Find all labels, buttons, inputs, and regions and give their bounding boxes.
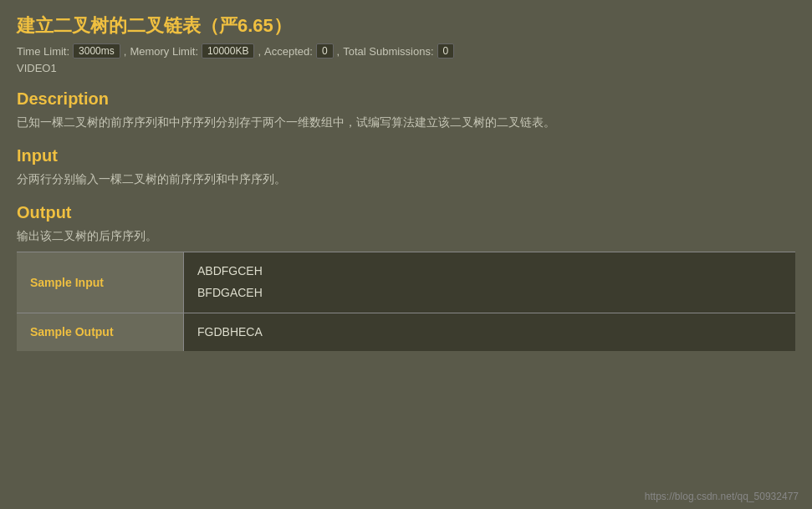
input-text: 分两行分别输入一棵二叉树的前序序列和中序序列。 xyxy=(17,171,795,188)
page-title: 建立二叉树的二叉链表（严6.65） xyxy=(17,13,795,38)
output-text: 输出该二叉树的后序序列。 xyxy=(17,227,795,245)
sample-input-row: Sample Input ABDFGCEH BFDGACEH xyxy=(17,252,795,313)
time-limit-badge: 3000ms xyxy=(73,43,120,59)
accepted-label: Accepted: xyxy=(264,45,313,58)
memory-limit-badge: 10000KB xyxy=(202,43,254,59)
accepted-badge: 0 xyxy=(316,43,334,59)
sample-output-row: Sample Output FGDBHECA xyxy=(17,313,795,352)
sample-input-label: Sample Input xyxy=(17,252,184,313)
meta-separator-3: , xyxy=(337,45,340,58)
sample-output-content: FGDBHECA xyxy=(184,313,795,352)
sample-output-line-1: FGDBHECA xyxy=(197,322,782,344)
memory-limit-label: Memory Limit: xyxy=(130,45,198,58)
time-limit-label: Time Limit: xyxy=(17,45,69,58)
sample-output-label: Sample Output xyxy=(17,313,184,352)
output-title: Output xyxy=(17,203,795,222)
description-text: 已知一棵二叉树的前序序列和中序序列分别存于两个一维数组中，试编写算法建立该二叉树… xyxy=(17,114,795,131)
meta-line: Time Limit: 3000ms , Memory Limit: 10000… xyxy=(17,43,795,59)
sample-input-line-2: BFDGACEH xyxy=(197,282,782,304)
submissions-badge: 0 xyxy=(437,43,455,59)
meta-separator-2: , xyxy=(258,45,261,58)
description-title: Description xyxy=(17,89,795,109)
input-title: Input xyxy=(17,146,795,165)
submissions-label: Total Submissions: xyxy=(343,45,433,58)
sample-input-line-1: ABDFGCEH xyxy=(197,261,782,282)
watermark: https://blog.csdn.net/qq_50932477 xyxy=(645,491,799,502)
sample-input-content: ABDFGCEH BFDGACEH xyxy=(184,252,795,313)
video-label: VIDEO1 xyxy=(17,62,795,74)
meta-separator-1: , xyxy=(124,45,127,58)
